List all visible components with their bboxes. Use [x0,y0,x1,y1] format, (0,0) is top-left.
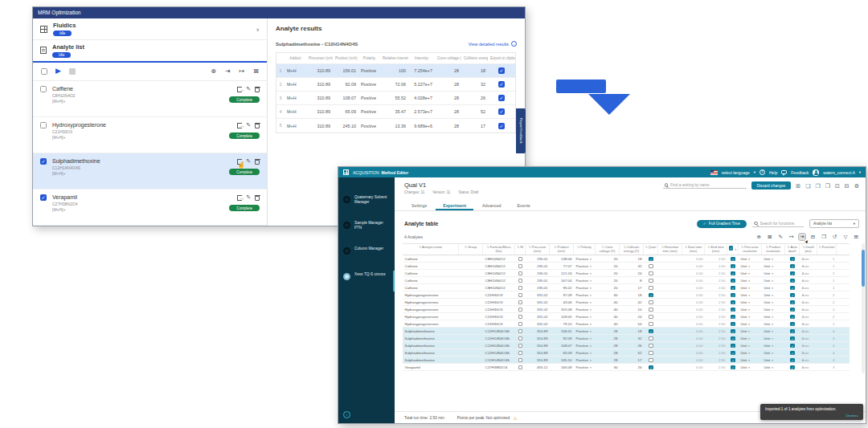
results-table-row[interactable]: 4M+H310.8965.09Positive35.472.573e+72852 [276,105,515,119]
cell-is[interactable] [515,344,526,349]
export-analyte-icon[interactable] [237,195,242,201]
column-header-quan[interactable]: ⇅Quan [644,244,658,255]
cell-quan[interactable] [644,264,658,269]
cell-func[interactable]: 4 [817,344,837,348]
cell-formula[interactable]: C12H14N4O4S [483,344,515,348]
cell-dwell[interactable]: Auto [800,344,817,348]
cell-formula[interactable]: C12H14N4O4S [483,351,515,355]
sel-checkbox[interactable] [731,286,735,291]
tab-settings[interactable]: Settings [404,199,434,210]
sel-checkbox[interactable] [731,308,735,312]
cell-ce[interactable]: 24 [620,315,644,319]
clear-analytes-icon[interactable]: ⊠ [253,68,259,75]
quan-checkbox[interactable] [649,322,653,327]
is-checkbox[interactable] [518,315,523,320]
cell-end[interactable]: 2.50 [705,344,727,348]
sidebar-item-xevo-tq-s-cronos[interactable]: Xevo TQ-S cronos [338,268,395,294]
analyte-table-row[interactable]: CaffeineC8H10N4O2195.01167.04Positive▾20… [403,277,850,284]
cell-end[interactable]: 2.50 [705,293,727,297]
sidebar-item-sample-manager-ftn[interactable]: Sample Manager FTN [338,217,395,243]
cell-product[interactable]: 95.02 [550,286,574,290]
export-analytes-icon[interactable]: ↦ [240,68,245,75]
sel-checkbox[interactable] [731,322,735,327]
cell-precursor[interactable]: 195.01 [526,271,550,275]
paste-icon[interactable]: ⊡ [835,183,840,189]
cell-dwell[interactable]: Auto [800,336,817,340]
cell-prod_res[interactable]: Unit▾ [762,351,785,355]
cell-is[interactable] [515,300,526,305]
edit-rows-icon[interactable]: ✎ [777,234,783,241]
results-column-header[interactable]: Adduct [285,56,306,60]
cell-prod_res[interactable]: Unit▾ [762,344,785,348]
cell-polarity[interactable]: Positive▾ [574,286,596,290]
cell-func[interactable]: 2 [817,300,837,304]
cell-end[interactable]: 2.50 [705,358,727,362]
cell-auto[interactable] [785,271,800,276]
cell-name[interactable]: Caffeine [403,286,459,290]
column-header-prec_res[interactable]: ⇅Precursor resolution [739,244,762,255]
cell-auto[interactable] [785,293,800,298]
cell-polarity[interactable]: Positive▾ [574,336,596,340]
cell-name[interactable]: Hydroxyprogesterone [403,322,459,326]
cell-auto[interactable] [785,365,800,370]
column-header-cone[interactable]: ⇅Cone voltage (V) [596,244,620,255]
cell-polarity[interactable]: Positive▾ [574,322,596,326]
cell-precursor[interactable]: 331.02 [526,300,550,304]
analyte-table-row[interactable]: VerapamilC27H38N2O4455.12165.08Positive▾… [403,364,850,371]
cell-func[interactable]: 1 [817,271,837,275]
cell-start[interactable]: 0.00 [682,279,705,283]
is-checkbox[interactable] [518,264,523,269]
cell-sel[interactable] [727,286,739,291]
cell-auto[interactable] [785,358,800,363]
cell-cone[interactable]: 20 [596,286,620,290]
cell-auto[interactable] [785,257,800,262]
is-checkbox[interactable] [518,279,523,283]
results-column-header[interactable]: Relative intensity [380,56,408,60]
cell-sel[interactable] [727,365,739,370]
cell-precursor[interactable]: 310.89 [526,336,550,340]
column-header-precursor[interactable]: ⇅Precursor (m/z) [526,244,550,255]
cell-quan[interactable] [644,322,658,327]
sel-checkbox[interactable] [731,315,735,320]
cell-auto[interactable] [785,336,800,341]
cell-is[interactable] [515,308,526,312]
cell-prec_res[interactable]: Unit▾ [739,322,762,326]
edit-analyte-icon[interactable]: ✎ [246,158,251,165]
analyte-table-row[interactable]: SulphadimethoxineC12H14N4O4S310.8965.09P… [403,349,850,357]
full-gradient-time-button[interactable]: ✓ Full Gradient Time [697,220,747,228]
cell-precursor[interactable]: 331.02 [526,308,550,312]
auto-checkbox[interactable] [790,322,795,327]
cell-name[interactable]: Sulphadimethoxine [403,329,459,333]
sel-checkbox[interactable] [731,358,735,363]
results-column-header[interactable]: Polarity [358,56,380,60]
cell-polarity[interactable]: Positive▾ [574,351,596,355]
cell-start[interactable]: 0.00 [682,322,705,326]
cell-name[interactable]: Caffeine [403,257,459,261]
cell-ce[interactable]: 17 [620,286,644,290]
is-checkbox[interactable] [518,308,523,312]
cell-auto[interactable] [785,315,800,320]
cell-cone[interactable]: 40 [596,315,620,319]
analyte-table-row[interactable]: SulphadimethoxineC12H14N4O4S310.89156.01… [403,328,850,335]
column-header-is[interactable]: ⇅IS [515,244,526,255]
analyte-table-row[interactable]: HydroxyprogesteroneC21H30O3331.0297.09Po… [403,291,850,299]
cell-is[interactable] [515,293,526,298]
cell-quan[interactable] [644,351,658,356]
analyte-card[interactable]: CaffieneC8H10N4O2[M+H]+✎Complete [33,81,267,117]
sel-checkbox[interactable] [731,271,735,276]
cell-is[interactable] [515,336,526,341]
export-checkbox[interactable] [498,67,505,74]
cell-product[interactable]: 121.03 [550,271,574,275]
is-checkbox[interactable] [518,322,523,327]
cell-prod_res[interactable]: Unit▾ [762,329,785,333]
cell-quan[interactable] [644,257,658,262]
user-menu[interactable]: waters_connect A [823,170,854,175]
cell-cone[interactable]: 20 [596,279,620,283]
sel-checkbox[interactable] [731,365,735,370]
results-table-row[interactable]: 2M+H310.8992.09Positive72.065.227e+72832 [276,78,515,92]
cell-name[interactable]: Hydroxyprogesterone [403,300,459,304]
cell-polarity[interactable]: Positive▾ [574,257,596,261]
cell-product[interactable]: 43.06 [550,300,574,304]
cell-product[interactable]: 77.07 [550,264,574,268]
cell-is[interactable] [515,322,526,327]
